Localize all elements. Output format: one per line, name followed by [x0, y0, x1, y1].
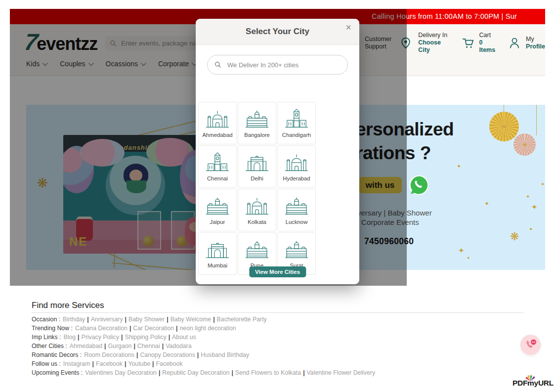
- footer-link[interactable]: Privacy Policy: [82, 334, 120, 341]
- footer-link-separator: |: [92, 360, 93, 367]
- footer-row-links: Birthday|Anniversary|Baby Shower|Baby We…: [63, 316, 267, 323]
- footer-link[interactable]: Room Decorations: [84, 351, 134, 358]
- fan-center: [503, 125, 506, 128]
- footer-link[interactable]: neon light decoration: [180, 325, 236, 332]
- city-option-jaipur[interactable]: Jaipur: [198, 189, 237, 231]
- footer-link[interactable]: Youtube: [128, 360, 150, 367]
- city-option-lucknow[interactable]: Lucknow: [277, 189, 316, 231]
- close-icon[interactable]: ×: [342, 21, 354, 34]
- footer-link-separator: |: [104, 343, 106, 349]
- city-option-bangalore[interactable]: Bangalore: [238, 102, 276, 144]
- footer-link-separator: |: [169, 334, 170, 341]
- city-label: Ahmedabad: [203, 132, 233, 138]
- footer-link[interactable]: Facebook: [156, 360, 183, 367]
- gold-star-decoration: [526, 194, 530, 199]
- footer-row-links: Blog|Privacy Policy|Shipping Policy|Abou…: [63, 334, 196, 341]
- city-label: Lucknow: [286, 219, 308, 225]
- footer-link[interactable]: Bachelorette Party: [217, 316, 267, 323]
- footer-link-separator: |: [197, 351, 199, 358]
- gold-star-decoration: [531, 203, 538, 212]
- footer-link[interactable]: Gurgaon: [108, 343, 132, 349]
- city-landmark-icon: [204, 109, 231, 129]
- modal-title: Select Your City: [196, 19, 359, 44]
- footer-link[interactable]: Baby Shower: [128, 316, 165, 323]
- footer-link[interactable]: Chennai: [137, 343, 160, 349]
- footer-link[interactable]: Republic Day Decoration: [162, 369, 229, 376]
- city-option-ahmedabad[interactable]: Ahmedabad: [198, 102, 237, 144]
- footer-link[interactable]: Blog: [63, 334, 76, 341]
- city-label: Jaipur: [210, 219, 225, 225]
- cart-icon[interactable]: [462, 37, 474, 49]
- choose-city-label: Choose City: [418, 39, 453, 54]
- footer-link[interactable]: Ahmedabad: [70, 343, 102, 349]
- footer-link[interactable]: Instagram: [63, 360, 90, 367]
- delivery-in-label: Delivery In: [418, 32, 453, 39]
- gold-star-decoration: [458, 246, 465, 255]
- footer-row-label: Other Cities :: [32, 343, 67, 349]
- delivery-city-selector[interactable]: Delivery In Choose City: [418, 32, 453, 54]
- footer-row-label: Imp Links :: [32, 334, 61, 341]
- view-more-cities-button[interactable]: View More Cities: [249, 266, 306, 277]
- footer-row-imp-links: Imp Links : Blog|Privacy Policy|Shipping…: [32, 333, 375, 342]
- footer-link[interactable]: Canopy Decorations: [140, 351, 195, 358]
- services-heading: Find more Services: [32, 301, 104, 310]
- gold-star-decoration: [529, 226, 533, 232]
- footer-link-separator: |: [176, 325, 177, 332]
- footer-link-separator: |: [133, 343, 135, 349]
- city-label: Hyderabad: [283, 175, 310, 181]
- footer-row-links: Valentines Day Decoration|Republic Day D…: [85, 369, 375, 376]
- footer-link-separator: |: [303, 369, 304, 376]
- footer-link[interactable]: Shipping Policy: [125, 334, 167, 341]
- footer-row-romantic: Romantic Decors : Room Decorations|Canop…: [32, 350, 375, 359]
- user-icon[interactable]: [508, 37, 521, 49]
- footer-link-separator: |: [87, 316, 88, 323]
- select-city-modal: Select Your City ×: [196, 19, 359, 284]
- footer-row-label: Trending Now :: [32, 325, 73, 332]
- city-option-delhi[interactable]: Delhi: [238, 145, 276, 188]
- footer-link-separator: |: [213, 316, 214, 323]
- modal-header: Select Your City ×: [196, 19, 359, 45]
- footer-link[interactable]: Valentine Flower Delivery: [307, 369, 376, 376]
- divider: [32, 312, 524, 313]
- footer-link[interactable]: Husband Birthday: [201, 351, 249, 358]
- city-landmark-icon: [283, 109, 310, 129]
- city-search-input[interactable]: [226, 61, 341, 69]
- footer-link[interactable]: Facebook: [96, 360, 123, 367]
- footer-link[interactable]: Anniversary: [91, 316, 123, 323]
- footer-link[interactable]: Send Flowers to Kolkata: [235, 369, 301, 376]
- footer-link-separator: |: [231, 369, 233, 376]
- footer-row-occasion: Occasion : Birthday|Anniversary|Baby Sho…: [32, 315, 375, 324]
- call-chat-widget[interactable]: [520, 335, 541, 355]
- footer-link-separator: |: [159, 369, 160, 376]
- footer-row-label: Upcoming Events :: [32, 369, 83, 376]
- footer-link[interactable]: Vadodara: [166, 343, 191, 349]
- footer-row-label: Follow us :: [32, 360, 61, 367]
- phone-chat-icon: [523, 338, 538, 352]
- footer-link-separator: |: [152, 360, 154, 367]
- whatsapp-icon[interactable]: [408, 174, 429, 196]
- my-label: My: [526, 36, 545, 43]
- city-landmark-icon: [204, 196, 231, 216]
- city-option-chennai[interactable]: Chennai: [198, 145, 237, 188]
- footer-row-links: Cabana Decoration|Car Decoration|neon li…: [75, 325, 236, 332]
- footer-link-separator: |: [136, 351, 138, 358]
- footer-link[interactable]: Car Decoration: [133, 325, 174, 332]
- city-option-kolkata[interactable]: Kolkata: [238, 189, 276, 231]
- footer-link[interactable]: Valentines Day Decoration: [85, 369, 157, 376]
- footer-link[interactable]: Baby Welcome: [171, 316, 211, 323]
- footer-link[interactable]: About us: [172, 334, 196, 341]
- gold-star-decoration: [541, 181, 545, 187]
- footer-row-upcoming: Upcoming Events : Valentines Day Decorat…: [32, 368, 375, 377]
- city-option-mumbai[interactable]: Mumbai: [198, 232, 237, 275]
- city-option-hyderabad[interactable]: Hyderabad: [277, 145, 316, 188]
- footer-link-separator: |: [167, 316, 168, 323]
- city-landmark-icon: [243, 152, 271, 172]
- search-icon: [214, 61, 221, 68]
- footer-link[interactable]: Cabana Decoration: [75, 325, 128, 332]
- my-profile[interactable]: My Profile: [526, 36, 545, 50]
- cart-label: Cart: [479, 32, 500, 39]
- city-option-chandigarh[interactable]: Chandigarh: [277, 102, 316, 144]
- pdfmyurl-fan-icon: [524, 375, 536, 381]
- cart-summary[interactable]: Cart 0 Items: [479, 32, 500, 54]
- footer-link[interactable]: Birthday: [63, 316, 85, 323]
